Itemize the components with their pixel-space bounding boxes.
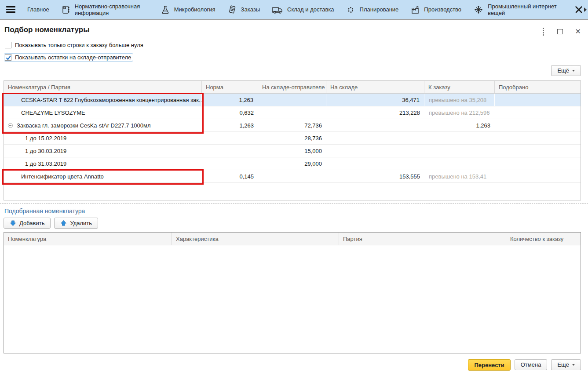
add-button[interactable]: Добавить <box>4 218 51 229</box>
cell-sender-stock[interactable]: 29,000 <box>258 157 326 170</box>
cancel-button[interactable]: Отмена <box>515 359 548 370</box>
menu-item-production[interactable]: Производство <box>410 5 461 15</box>
menu-item-microbiology[interactable]: Микробиология <box>161 5 215 15</box>
page-title: Подбор номенклатуры <box>4 25 90 34</box>
cell-batch[interactable]: 1 до 31.03.2019 <box>4 157 202 170</box>
cell-stock[interactable]: 213,228 <box>326 106 424 119</box>
table-row[interactable]: Интенсификатор цвета Annatto 0,145 153,5… <box>4 170 581 183</box>
table-row-batch[interactable]: 1 до 15.02.2019 28,736 <box>4 132 581 145</box>
group-name: Закваска гл. заморозки CesKa-stAr D227.7… <box>17 122 151 129</box>
cell-norma[interactable]: 0,145 <box>202 170 258 182</box>
table-row[interactable]: CESKA-STAR T 622 Глубокозамороженная кон… <box>4 94 581 106</box>
menu-item-reference-info[interactable]: Нормативно-справочная информация <box>61 3 149 16</box>
cell-sender-stock[interactable]: 15,000 <box>258 145 326 157</box>
hamburger-menu-icon[interactable] <box>6 6 15 13</box>
checkbox-label: Показывать только строки к заказу больше… <box>15 42 143 48</box>
column-header[interactable]: Номенклатура <box>4 233 172 245</box>
cell-selected[interactable] <box>495 132 581 144</box>
truck-icon <box>272 5 283 15</box>
selection-toolbar: Добавить Удалить <box>4 218 588 229</box>
cell-stock[interactable] <box>326 132 424 144</box>
cell-sender-stock[interactable] <box>258 94 326 106</box>
collapse-icon[interactable] <box>8 123 13 128</box>
cell-to-order[interactable]: превышено на 35,208 <box>424 94 495 106</box>
close-icon[interactable]: ✕ <box>575 29 581 35</box>
cell-to-order[interactable]: превышено на 153,41 <box>424 170 495 182</box>
cell-nomenclature[interactable]: Закваска гл. заморозки CesKa-stAr D227.7… <box>4 119 202 131</box>
menu-item-orders[interactable]: Заказы <box>227 5 260 15</box>
cell-norma[interactable] <box>202 157 258 170</box>
column-header[interactable]: Подобрано <box>495 81 581 93</box>
selected-table-header: Номенклатура Характеристика Партия Колич… <box>4 233 581 245</box>
column-header[interactable]: На складе-отправителе <box>258 81 326 93</box>
window-titlebar: Подбор номенклатуры ✕ <box>0 20 588 36</box>
selected-table-empty-body[interactable] <box>4 245 581 353</box>
flask-icon <box>161 5 170 15</box>
cell-sender-stock[interactable] <box>258 170 326 182</box>
iot-icon <box>473 4 484 15</box>
checkbox-row-sender-stock[interactable]: Показывать остатки на складе-отправителе <box>4 54 133 61</box>
cell-norma[interactable]: 1,263 <box>202 119 258 131</box>
nomenclature-table: Номенклатура / Партия Норма На складе-от… <box>4 80 581 200</box>
cell-selected[interactable] <box>495 145 581 157</box>
menubar-overflow-arrow-icon[interactable] <box>584 7 587 12</box>
cell-batch[interactable]: 1 до 30.03.2019 <box>4 145 202 157</box>
checkbox-row-only-positive[interactable]: Показывать только строки к заказу больше… <box>4 41 145 49</box>
checkbox-only-positive[interactable] <box>5 42 11 48</box>
cell-sender-stock[interactable]: 72,736 <box>258 119 326 131</box>
cell-nomenclature[interactable]: CREAZYME LYSOZYME <box>4 106 202 119</box>
cell-stock[interactable]: 153,555 <box>326 170 424 182</box>
cell-norma[interactable]: 0,632 <box>202 106 258 119</box>
cell-to-order[interactable] <box>424 145 495 157</box>
column-header[interactable]: Норма <box>202 81 258 93</box>
cell-norma[interactable]: 1,263 <box>202 94 258 106</box>
cell-selected[interactable] <box>495 106 581 119</box>
cell-selected[interactable] <box>495 170 581 182</box>
cell-norma[interactable] <box>202 132 258 144</box>
cell-batch[interactable]: 1 до 15.02.2019 <box>4 132 202 144</box>
column-header[interactable]: Партия <box>339 233 506 245</box>
cell-selected[interactable] <box>495 119 581 131</box>
delete-button[interactable]: Удалить <box>54 218 98 229</box>
menu-item-main[interactable]: Главное <box>27 6 49 13</box>
cell-stock[interactable] <box>326 145 424 157</box>
section-title: Подобранная номенклатура <box>4 208 588 215</box>
maximize-icon[interactable] <box>557 29 563 34</box>
cell-nomenclature[interactable]: Интенсификатор цвета Annatto <box>4 170 202 182</box>
dropdown-caret-icon <box>572 364 575 366</box>
table-row-batch[interactable]: 1 до 30.03.2019 15,000 <box>4 145 581 157</box>
cell-to-order[interactable] <box>424 132 495 144</box>
more-button-top[interactable]: Ещё <box>551 65 581 76</box>
menu-item-industrial-iot[interactable]: Промышленный интернет вещей <box>473 3 562 16</box>
column-header[interactable]: К заказу <box>424 81 495 93</box>
table-row-batch[interactable]: 1 до 31.03.2019 29,000 <box>4 157 581 170</box>
column-header[interactable]: Характеристика <box>172 233 339 245</box>
more-button-bottom[interactable]: Ещё <box>551 359 581 370</box>
column-header[interactable]: Количество к заказу <box>506 233 581 245</box>
footer-toolbar: Перенести Отмена Ещё <box>0 359 588 371</box>
cell-stock[interactable] <box>326 157 424 170</box>
kebab-menu-icon[interactable] <box>542 27 545 36</box>
cell-norma[interactable] <box>202 145 258 157</box>
cell-to-order[interactable]: превышено на 212,596 <box>424 106 495 119</box>
cell-selected[interactable] <box>495 94 581 106</box>
upper-toolbar: Ещё <box>0 65 588 76</box>
cell-sender-stock[interactable]: 28,736 <box>258 132 326 144</box>
menu-item-planning[interactable]: Планирование <box>346 5 399 15</box>
menu-item-warehouse-delivery[interactable]: Склад и доставка <box>272 5 334 15</box>
column-header[interactable]: Номенклатура / Партия <box>4 81 202 93</box>
splitter-dashed[interactable] <box>0 203 588 204</box>
menu-item-label: Заказы <box>241 6 260 13</box>
table-row[interactable]: CREAZYME LYSOZYME 0,632 213,228 превышен… <box>4 106 581 119</box>
cell-sender-stock[interactable] <box>258 106 326 119</box>
cell-nomenclature[interactable]: CESKA-STAR T 622 Глубокозамороженная кон… <box>4 94 202 106</box>
cell-selected[interactable] <box>495 157 581 170</box>
checkbox-sender-stock[interactable] <box>5 54 11 61</box>
transfer-button[interactable]: Перенести <box>468 359 510 371</box>
cell-stock[interactable] <box>326 119 424 131</box>
column-header[interactable]: На складе <box>326 81 424 93</box>
table-row-group[interactable]: Закваска гл. заморозки CesKa-stAr D227.7… <box>4 119 581 132</box>
cell-to-order[interactable] <box>424 157 495 170</box>
cell-to-order[interactable]: 1,263 <box>424 119 495 131</box>
cell-stock[interactable]: 36,471 <box>326 94 424 106</box>
